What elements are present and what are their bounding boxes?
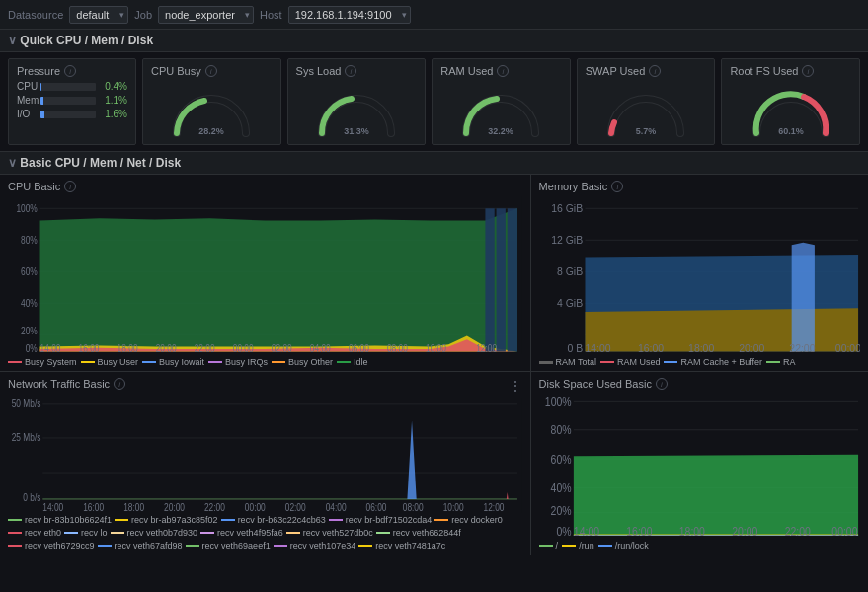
- svg-text:08:00: 08:00: [403, 501, 424, 513]
- legend-recv-brbd: recv br-bdf71502cda4: [329, 515, 433, 525]
- svg-text:00:00: 00:00: [233, 341, 254, 353]
- cpu-basic-svg: 100% 80% 60% 40% 20% 0% 14:00 16:00 1: [8, 196, 522, 354]
- pressure-mem-bar-bg: [40, 97, 96, 105]
- cpu-basic-panel: CPU Basic i 100% 80% 60% 40% 20% 0%: [0, 175, 531, 371]
- legend-ram-used: RAM Used: [600, 357, 661, 367]
- network-title: Network Traffic Basic i: [8, 378, 125, 390]
- svg-rect-20: [485, 208, 494, 351]
- svg-text:10:00: 10:00: [443, 501, 464, 513]
- swap-used-gauge: SWAP Used i 5.7%: [577, 58, 716, 145]
- cpu-busy-gauge: CPU Busy i 28.2%: [142, 58, 281, 145]
- rootfs-used-gauge: Root FS Used i 60.1%: [721, 58, 860, 145]
- disk-space-panel: Disk Space Used Basic i 100% 80% 60% 40%…: [531, 372, 868, 555]
- svg-text:18:00: 18:00: [688, 341, 714, 353]
- svg-marker-47: [585, 308, 858, 351]
- svg-text:20:00: 20:00: [164, 501, 185, 513]
- legend-recv-veth52: recv veth527db0c: [286, 528, 373, 538]
- svg-text:04:00: 04:00: [310, 341, 331, 353]
- svg-text:20%: 20%: [550, 503, 571, 519]
- svg-text:32.2%: 32.2%: [489, 126, 514, 136]
- host-select-wrapper[interactable]: 192.168.1.194:9100: [288, 6, 411, 24]
- swap-used-info-icon[interactable]: i: [649, 65, 661, 77]
- network-svg: 50 Mb/s 25 Mb/s 0 b/s 14:00 16:00 18:00 …: [8, 398, 522, 513]
- svg-text:50 Mb/s: 50 Mb/s: [12, 398, 41, 409]
- memory-basic-legend: RAM Total RAM Used RAM Cache + Buffer RA: [539, 357, 860, 367]
- svg-text:22:00: 22:00: [204, 501, 225, 513]
- svg-text:06:00: 06:00: [366, 501, 387, 513]
- svg-text:4 GiB: 4 GiB: [557, 297, 583, 309]
- network-menu-button[interactable]: ⋮: [509, 378, 522, 394]
- datasource-select-wrapper[interactable]: default: [69, 6, 128, 24]
- svg-text:14:00: 14:00: [573, 524, 598, 539]
- pressure-io-bar: [40, 111, 44, 118]
- legend-recv-brab: recv br-ab97a3c85f02: [115, 515, 218, 525]
- svg-text:20:00: 20:00: [156, 341, 177, 353]
- svg-rect-22: [508, 208, 517, 351]
- rootfs-used-title: Root FS Used i: [730, 65, 814, 77]
- quick-metrics-row: Pressure i CPU 0.4% Mem 1.1% I/O: [0, 52, 868, 152]
- svg-marker-89: [573, 455, 857, 536]
- disk-space-chart-area: 100% 80% 60% 40% 20% 0% 14:00 16:00 18:0…: [539, 394, 860, 539]
- datasource-select[interactable]: default: [69, 6, 128, 24]
- svg-text:16:00: 16:00: [638, 341, 664, 353]
- memory-basic-title: Memory Basic i: [539, 181, 860, 192]
- svg-text:10:00: 10:00: [426, 341, 446, 353]
- ram-used-info-icon[interactable]: i: [497, 65, 509, 77]
- svg-rect-55: [8, 398, 522, 513]
- pressure-mem-bar: [40, 97, 43, 105]
- legend-recv-veth67: recv veth6729cc9: [8, 541, 95, 551]
- rootfs-used-info-icon[interactable]: i: [802, 65, 814, 77]
- sys-load-gauge: Sys Load i 31.3%: [287, 58, 427, 145]
- legend-recv-veth10: recv veth107e34: [274, 541, 356, 551]
- sys-load-svg: 31.3%: [312, 79, 401, 138]
- svg-text:00:00: 00:00: [834, 341, 860, 353]
- memory-basic-panel: Memory Basic i 16 GiB 12 GiB 8 GiB 4 GiB…: [531, 175, 868, 371]
- svg-text:40%: 40%: [21, 297, 38, 309]
- legend-recv-lo: recv lo: [64, 528, 108, 538]
- rootfs-used-svg: 60.1%: [747, 79, 835, 138]
- legend-ra: RA: [766, 357, 796, 367]
- svg-text:8 GiB: 8 GiB: [557, 265, 583, 277]
- legend-busy-user: Busy User: [81, 357, 139, 367]
- legend-recv-brb6: recv br-b63c22c4cb63: [221, 515, 326, 525]
- cpu-busy-info-icon[interactable]: i: [205, 65, 217, 77]
- svg-text:16:00: 16:00: [626, 524, 652, 539]
- svg-text:08:00: 08:00: [387, 341, 408, 353]
- svg-text:0%: 0%: [556, 524, 571, 539]
- pressure-title: Pressure i: [17, 65, 127, 77]
- memory-basic-svg: 16 GiB 12 GiB 8 GiB 4 GiB 0 B 14:00 16:0…: [539, 196, 860, 354]
- top-bar: Datasource default Job node_exporter Hos…: [0, 0, 868, 30]
- svg-text:02:00: 02:00: [285, 501, 306, 513]
- sys-load-info-icon[interactable]: i: [345, 65, 356, 77]
- svg-text:18:00: 18:00: [678, 524, 704, 539]
- pressure-metric: Pressure i CPU 0.4% Mem 1.1% I/O: [8, 58, 136, 145]
- svg-text:04:00: 04:00: [326, 501, 347, 513]
- legend-busy-system: Busy System: [8, 357, 77, 367]
- svg-text:00:00: 00:00: [831, 524, 857, 539]
- datasource-label: Datasource: [8, 9, 63, 21]
- svg-text:0 B: 0 B: [567, 341, 583, 353]
- basic-section-header[interactable]: Basic CPU / Mem / Net / Disk: [0, 152, 868, 175]
- pressure-cpu-row: CPU 0.4%: [17, 81, 127, 92]
- svg-text:80%: 80%: [550, 422, 571, 438]
- pressure-info-icon[interactable]: i: [64, 65, 76, 77]
- memory-basic-info-icon[interactable]: i: [611, 181, 623, 192]
- svg-text:02:00: 02:00: [272, 341, 292, 353]
- quick-section-header[interactable]: Quick CPU / Mem / Disk: [0, 30, 868, 52]
- host-select[interactable]: 192.168.1.194:9100: [288, 6, 411, 24]
- network-info-icon[interactable]: i: [114, 378, 125, 390]
- cpu-basic-info-icon[interactable]: i: [64, 181, 76, 192]
- disk-space-info-icon[interactable]: i: [656, 378, 668, 390]
- svg-text:18:00: 18:00: [123, 501, 144, 513]
- job-select[interactable]: node_exporter: [158, 6, 254, 24]
- svg-text:16 GiB: 16 GiB: [551, 202, 583, 214]
- job-select-wrapper[interactable]: node_exporter: [158, 6, 254, 24]
- svg-text:20:00: 20:00: [739, 341, 764, 353]
- svg-text:20%: 20%: [21, 325, 38, 336]
- legend-idle: Idle: [337, 357, 368, 367]
- network-legend: recv br-83b10b6624f1 recv br-ab97a3c85f0…: [8, 515, 522, 551]
- pressure-mem-row: Mem 1.1%: [17, 95, 127, 106]
- pressure-cpu-bar-bg: [40, 83, 96, 91]
- svg-text:00:00: 00:00: [245, 501, 266, 513]
- ram-used-svg: 32.2%: [456, 79, 545, 138]
